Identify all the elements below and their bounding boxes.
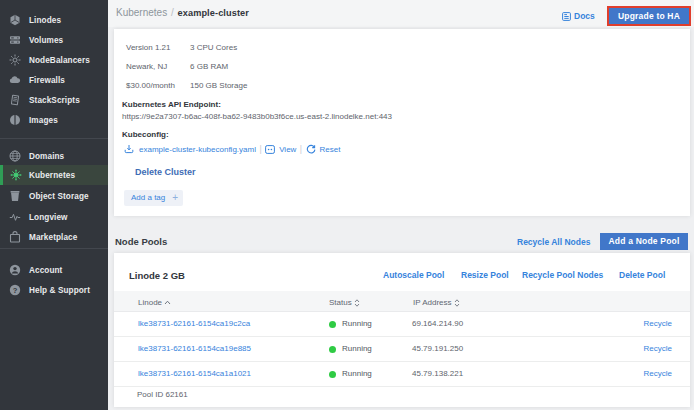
svg-text:?: ?: [13, 286, 18, 295]
